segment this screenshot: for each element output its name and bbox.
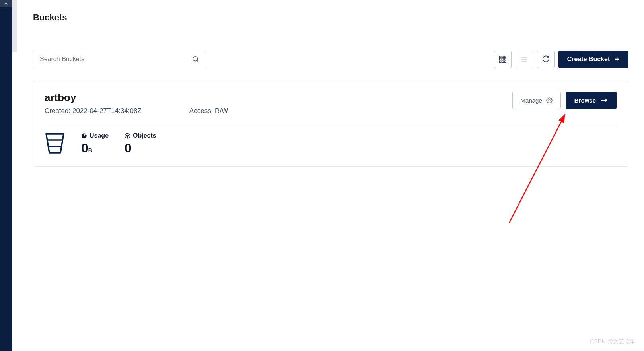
usage-unit: B xyxy=(88,147,92,154)
objects-stat: Objects 0 xyxy=(125,132,156,154)
bucket-card: artboy Created: 2022-04-27T14:34:08Z Acc… xyxy=(33,81,628,167)
svg-point-21 xyxy=(127,136,128,137)
list-icon xyxy=(520,55,528,63)
svg-rect-10 xyxy=(504,61,506,62)
sidebar-collapse-button[interactable] xyxy=(0,0,12,7)
create-bucket-button[interactable]: Create Bucket + xyxy=(558,51,628,68)
plus-icon: + xyxy=(615,55,619,64)
bucket-created: Created: 2022-04-27T14:34:08Z xyxy=(45,107,142,115)
grid-icon xyxy=(499,55,507,63)
objects-label: Objects xyxy=(133,132,156,139)
svg-line-1 xyxy=(197,60,198,62)
manage-label: Manage xyxy=(521,97,542,104)
refresh-button[interactable] xyxy=(537,51,555,68)
browse-button[interactable]: Browse xyxy=(566,92,617,109)
grid-view-button[interactable] xyxy=(494,51,512,68)
svg-rect-2 xyxy=(499,56,501,58)
svg-point-19 xyxy=(126,135,127,136)
usage-stat: Usage 0B xyxy=(81,132,109,154)
page-title: Buckets xyxy=(33,12,67,23)
svg-point-0 xyxy=(193,57,198,61)
search-buckets-box[interactable] xyxy=(33,51,206,68)
arrow-right-icon xyxy=(601,98,608,103)
watermark: CSDN @文艺倾年 xyxy=(590,338,635,345)
objects-icon xyxy=(125,133,130,139)
browse-label: Browse xyxy=(574,97,596,104)
svg-point-20 xyxy=(128,135,129,136)
svg-rect-9 xyxy=(502,61,504,62)
usage-label: Usage xyxy=(89,132,109,139)
search-input[interactable] xyxy=(40,56,192,63)
svg-rect-7 xyxy=(504,58,506,60)
bucket-access: Access: R/W xyxy=(189,107,228,115)
sidebar-collapsed xyxy=(0,0,12,351)
create-bucket-label: Create Bucket xyxy=(567,56,610,63)
sidebar-secondary-strip xyxy=(12,0,17,52)
svg-rect-3 xyxy=(502,56,504,58)
list-view-button[interactable] xyxy=(516,51,533,68)
search-icon xyxy=(192,55,200,63)
bucket-name: artboy xyxy=(45,92,512,104)
svg-point-14 xyxy=(549,99,550,101)
manage-button[interactable]: Manage xyxy=(512,92,561,109)
svg-rect-6 xyxy=(502,58,504,60)
divider xyxy=(45,125,617,125)
svg-rect-4 xyxy=(504,56,506,58)
chevron-up-icon xyxy=(4,2,8,5)
svg-rect-5 xyxy=(499,58,501,60)
svg-rect-8 xyxy=(499,61,501,62)
page-header: Buckets xyxy=(17,0,644,35)
objects-value: 0 xyxy=(125,142,156,154)
bucket-icon xyxy=(45,132,65,154)
refresh-icon xyxy=(542,55,550,63)
usage-value: 0 xyxy=(81,141,88,155)
usage-icon xyxy=(81,133,87,139)
gear-icon xyxy=(546,97,553,103)
